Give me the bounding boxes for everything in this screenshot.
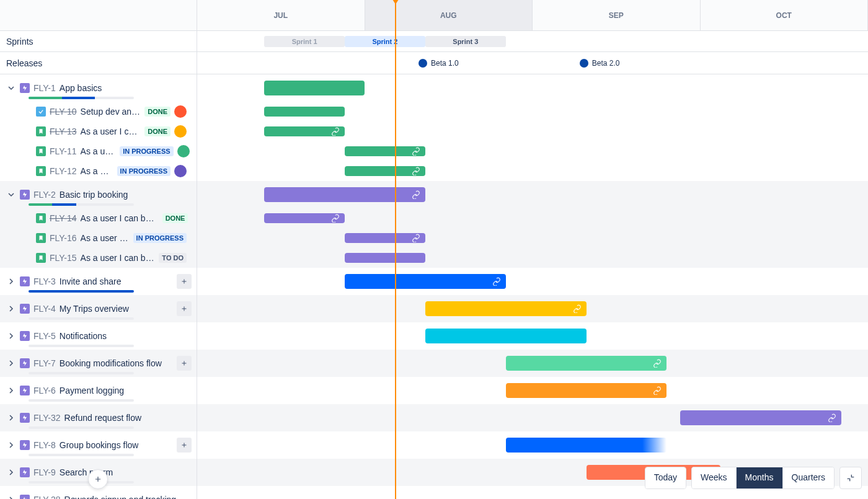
add-child-button[interactable] bbox=[177, 301, 192, 316]
epic-row[interactable]: FLY-32 Refund request flow bbox=[0, 404, 197, 431]
chevron-right-icon[interactable] bbox=[6, 467, 16, 477]
issue-row[interactable]: FLY-13 As a user I can … DONE bbox=[0, 121, 197, 141]
sprint-pill-2[interactable]: Sprint 2 bbox=[345, 36, 425, 47]
today-button[interactable]: Today bbox=[645, 467, 686, 488]
release-marker-2[interactable]: Beta 2.0 bbox=[580, 59, 620, 68]
chevron-right-icon[interactable] bbox=[6, 495, 16, 499]
zoom-months-button[interactable]: Months bbox=[737, 467, 783, 488]
timeline-bar[interactable] bbox=[264, 126, 345, 136]
assignee-avatar[interactable] bbox=[177, 145, 190, 157]
issue-key: FLY-8 bbox=[33, 440, 56, 450]
link-icon bbox=[331, 127, 340, 136]
timeline-bar[interactable] bbox=[506, 383, 667, 398]
timeline-bar[interactable] bbox=[345, 253, 425, 263]
epic-row[interactable]: FLY-8 Group bookings flow bbox=[0, 431, 197, 459]
add-child-button[interactable] bbox=[177, 274, 192, 289]
add-child-button[interactable] bbox=[177, 438, 192, 453]
month-column-oct: OCT bbox=[701, 0, 869, 30]
add-child-button[interactable] bbox=[177, 356, 192, 371]
timeline-bar[interactable] bbox=[345, 233, 425, 243]
story-icon bbox=[36, 166, 46, 176]
release-marker-1[interactable]: Beta 1.0 bbox=[418, 59, 459, 68]
timeline-months-header: JULAUGSEPOCT bbox=[197, 0, 868, 31]
story-icon bbox=[36, 146, 46, 156]
issue-title: Notifications bbox=[60, 331, 107, 341]
collapse-fullscreen-button[interactable] bbox=[839, 467, 862, 489]
epic-progress-track bbox=[29, 317, 134, 320]
zoom-weeks-button[interactable]: Weeks bbox=[692, 467, 737, 488]
assignee-avatar[interactable] bbox=[174, 125, 187, 138]
timeline-bar[interactable] bbox=[425, 329, 587, 343]
status-badge: IN PROGRESS bbox=[133, 233, 187, 243]
chevron-right-icon[interactable] bbox=[6, 358, 16, 368]
issue-row[interactable]: FLY-11 As a user… IN PROGRESS bbox=[0, 141, 197, 161]
issue-key: FLY-12 bbox=[50, 166, 77, 176]
timeline-bar[interactable] bbox=[506, 438, 667, 453]
issue-title: Setup dev and … bbox=[81, 107, 141, 117]
issue-key: FLY-15 bbox=[50, 253, 77, 263]
status-badge: TO DO bbox=[159, 253, 187, 263]
chevron-right-icon[interactable] bbox=[6, 331, 16, 341]
chevron-right-icon[interactable] bbox=[6, 440, 16, 450]
epic-progress-track bbox=[29, 290, 134, 293]
issue-row[interactable]: FLY-12 As a use… IN PROGRESS bbox=[0, 161, 197, 181]
epic-row[interactable]: FLY-1 App basics bbox=[0, 74, 197, 102]
timeline-row bbox=[197, 404, 868, 431]
epic-row[interactable]: FLY-5 Notifications bbox=[0, 322, 197, 350]
issue-key: FLY-13 bbox=[50, 126, 77, 136]
epic-progress-track bbox=[29, 345, 134, 347]
timeline-bar[interactable] bbox=[506, 356, 667, 371]
issue-key: FLY-11 bbox=[50, 146, 77, 156]
timeline-bar[interactable] bbox=[425, 301, 587, 316]
timeline-bar[interactable] bbox=[264, 213, 345, 223]
epic-row[interactable]: FLY-3 Invite and share bbox=[0, 268, 197, 295]
epic-icon bbox=[20, 190, 30, 200]
chevron-down-icon[interactable] bbox=[6, 190, 16, 200]
month-column-jul: JUL bbox=[197, 0, 365, 30]
issue-row[interactable]: FLY-15 As a user I can boo… TO DO bbox=[0, 248, 197, 268]
sprint-pill-3[interactable]: Sprint 3 bbox=[425, 36, 506, 47]
chevron-right-icon[interactable] bbox=[6, 413, 16, 423]
add-issue-fab[interactable] bbox=[88, 469, 108, 489]
epic-row[interactable]: FLY-7 Booking modifications flow bbox=[0, 350, 197, 377]
issue-title: As a user I can boo… bbox=[81, 253, 156, 263]
chevron-right-icon[interactable] bbox=[6, 276, 16, 286]
chevron-right-icon[interactable] bbox=[6, 304, 16, 314]
timeline-row bbox=[197, 350, 868, 377]
timeline-bar[interactable] bbox=[264, 81, 365, 95]
epic-progress-track bbox=[29, 454, 134, 456]
timeline-row bbox=[197, 74, 868, 102]
issue-key: FLY-10 bbox=[50, 107, 77, 117]
link-icon bbox=[412, 167, 420, 175]
link-icon bbox=[653, 359, 662, 368]
epic-icon bbox=[20, 440, 30, 450]
assignee-avatar[interactable] bbox=[174, 165, 187, 177]
timeline-bar[interactable] bbox=[345, 146, 425, 156]
timeline-bar[interactable] bbox=[264, 187, 425, 202]
epic-row[interactable]: FLY-4 My Trips overview bbox=[0, 295, 197, 322]
sprint-pill-1[interactable]: Sprint 1 bbox=[264, 36, 345, 47]
issue-row[interactable]: FLY-14 As a user I can book… DONE bbox=[0, 208, 197, 228]
epic-row[interactable]: FLY-2 Basic trip booking bbox=[0, 181, 197, 208]
chevron-down-icon[interactable] bbox=[6, 83, 16, 93]
assignee-avatar[interactable] bbox=[174, 105, 187, 118]
chevron-right-icon[interactable] bbox=[6, 386, 16, 395]
issue-row[interactable]: FLY-10 Setup dev and … DONE bbox=[0, 102, 197, 121]
epic-row[interactable]: FLY-6 Payment logging bbox=[0, 377, 197, 404]
timeline-bar[interactable] bbox=[264, 107, 345, 117]
timeline-row bbox=[197, 161, 868, 181]
issue-row[interactable]: FLY-16 As a user I c… IN PROGRESS bbox=[0, 228, 197, 248]
timeline-bar[interactable] bbox=[345, 274, 506, 289]
release-label: Beta 2.0 bbox=[592, 59, 620, 68]
epic-progress-track bbox=[29, 97, 134, 99]
issue-title: Basic trip booking bbox=[60, 190, 128, 200]
zoom-quarters-button[interactable]: Quarters bbox=[783, 467, 834, 488]
link-icon bbox=[331, 214, 340, 223]
issue-key: FLY-1 bbox=[33, 83, 56, 93]
timeline-bar[interactable] bbox=[680, 410, 841, 425]
status-badge: DONE bbox=[144, 126, 170, 136]
issue-title: Rewards signup and tracking bbox=[64, 495, 177, 499]
timeline-bar[interactable] bbox=[345, 166, 425, 176]
epic-progress-track bbox=[29, 426, 134, 429]
epic-progress-track bbox=[29, 399, 134, 402]
